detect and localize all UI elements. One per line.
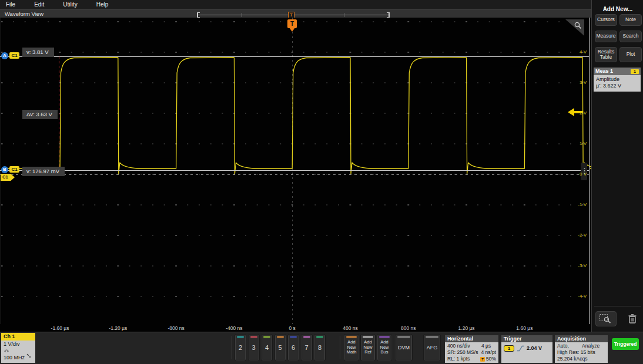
time-label-1-20-s: -1.20 µs [99, 325, 137, 331]
cursor-b-channel-badge[interactable]: C1 [9, 166, 19, 173]
add-results-table-button[interactable]: Results Table [595, 47, 617, 62]
voltage-label-2-v: 2 V [562, 110, 587, 116]
time-label-1-60-s: -1.60 µs [41, 325, 79, 331]
dvm-button[interactable]: DVM [395, 334, 413, 361]
record-view-left-bracket [197, 12, 200, 18]
channel-4-button[interactable]: 4 [261, 334, 273, 361]
channel-8-color-stripe [316, 336, 323, 338]
horizontal-row-value: 50% [486, 356, 496, 362]
time-label-400-ns: 400 ns [331, 325, 369, 331]
channel-6-color-stripe [290, 336, 297, 338]
waveform-plot[interactable]: v: 3.81 V Δv: 3.63 V v: 176.97 mV A C1 B… [0, 18, 591, 332]
bottombar-divider [232, 336, 232, 359]
channel-3-color-stripe [250, 336, 257, 338]
voltage-label-2-v: -2 V [562, 232, 587, 238]
cursor-a-channel-badge[interactable]: C1 [9, 52, 19, 59]
zoom-mode-icon [599, 314, 613, 324]
time-label-800-ns: -800 ns [158, 325, 195, 331]
cursor-b-badge[interactable]: B [1, 166, 8, 173]
add-plot-button[interactable]: Plot [619, 47, 642, 62]
acquisition-row: 25.204 kAcqs [557, 356, 605, 362]
channel-1-bandwidth: 100 MHz [4, 355, 25, 360]
horizontal-row: SR: 250 MS/s4 ns/pt [447, 349, 496, 356]
afg-button[interactable]: AFG [423, 334, 441, 361]
acquisition-row-left: Auto, [557, 343, 582, 349]
channel-8-label: 8 [318, 344, 322, 351]
bandwidth-icon [26, 353, 31, 358]
cursor-a-vline[interactable] [59, 56, 59, 171]
time-label-400-ns: -400 ns [215, 325, 253, 331]
menu-item-file[interactable]: File [0, 1, 25, 8]
time-label-1-20-s: 1.20 µs [448, 325, 485, 331]
channel-7-label: 7 [304, 344, 308, 351]
measurement-badge-panel[interactable]: Meas 1 1 Amplitude µ': 3.622 V [594, 68, 641, 92]
channel-6-button[interactable]: 6 [287, 334, 299, 361]
voltage-label-3-v: -3 V [562, 263, 587, 268]
meas-title: Meas 1 [595, 68, 613, 74]
channel-3-button[interactable]: 3 [248, 334, 260, 361]
waveform-view-header: Waveform View T [0, 9, 591, 18]
channel-5-button[interactable]: 5 [274, 334, 286, 361]
menu-item-utility[interactable]: Utility [53, 1, 86, 8]
menu-item-edit[interactable]: Edit [25, 1, 53, 8]
meas-value: µ': 3.622 V [596, 83, 638, 89]
channel-1-settings: 1 V/div 100 MHz [1, 341, 35, 363]
voltage-label-4-v: -4 V [562, 294, 587, 299]
bottombar-divider [340, 336, 340, 359]
trash-button[interactable] [626, 312, 639, 325]
trigger-flag[interactable]: T [287, 19, 297, 28]
acquisition-row: High Res: 15 bits [557, 349, 605, 356]
meas-header: Meas 1 1 [594, 68, 641, 75]
cursor-b-readout: v: 176.97 mV [22, 167, 65, 176]
afg-label: AFG [427, 345, 438, 350]
trigger-title: Trigger [501, 335, 552, 342]
voltage-label-0-v: 0 V [562, 171, 587, 177]
channel-1-badge[interactable]: Ch 1 1 V/div 100 MHz [1, 333, 35, 363]
menu-item-help[interactable]: Help [87, 1, 118, 8]
add-new-bus-stripe [379, 336, 390, 338]
add-cursors-button[interactable]: Cursors [595, 14, 617, 26]
bottom-settings-bar: Ch 1 1 V/div 100 MHz [0, 332, 643, 364]
channel-1-scale: 1 V/div [4, 341, 33, 348]
add-new-bus-button[interactable]: Add New Bus [377, 334, 392, 361]
meas-body: Amplitude µ': 3.622 V [594, 75, 641, 92]
add-search-button[interactable]: Search [619, 31, 642, 42]
horizontal-row-left: 400 ns/div [447, 343, 481, 349]
horizontal-row-right: 4 µs [481, 343, 491, 349]
add-new-ref-button[interactable]: Add New Ref [360, 334, 376, 361]
channel-5-label: 5 [278, 344, 282, 351]
time-label-1-60-s: 1.60 µs [505, 325, 543, 331]
channel-7-button[interactable]: 7 [301, 334, 313, 361]
cursor-a-hline[interactable] [0, 56, 589, 57]
horizontal-row-left: RL: 1 kpts [447, 356, 480, 362]
zoom-mode-button[interactable] [595, 311, 617, 326]
trigger-level-value: 2.04 V [527, 345, 542, 351]
channel-2-button[interactable]: 2 [235, 334, 246, 361]
record-view-tick [242, 13, 242, 17]
channel-3-label: 3 [252, 344, 255, 351]
acquisition-panel[interactable]: Acquisition Auto,AnalyzeHigh Res: 15 bit… [555, 335, 608, 363]
horizontal-panel[interactable]: Horizontal 400 ns/div4 µsSR: 250 MS/s4 n… [445, 335, 498, 363]
acquisition-row-right: Analyze [582, 343, 600, 349]
add-new-bus-label: Add New Bus [378, 340, 391, 355]
probe-icon [4, 348, 9, 353]
add-note-button[interactable]: Note [619, 14, 642, 26]
channel-1-name: Ch 1 [1, 333, 35, 341]
channel-6-label: 6 [292, 344, 295, 351]
add-new-title: Add New... [592, 6, 643, 12]
channel-4-label: 4 [265, 344, 269, 351]
add-new-math-button[interactable]: Add New Math [344, 334, 359, 361]
add-new-math-stripe [346, 336, 357, 338]
record-view-right-bracket [387, 12, 390, 18]
voltage-label-3-v: 3 V [562, 80, 587, 85]
cursor-a-badge[interactable]: A [1, 52, 8, 59]
dvm-label: DVM [398, 345, 410, 350]
time-label-0-s: 0 s [273, 325, 311, 331]
channel-8-button[interactable]: 8 [314, 334, 326, 361]
cursor-b-hline[interactable] [0, 170, 589, 171]
channel-4-color-stripe [263, 336, 270, 338]
sidebar-footer-divider [594, 306, 641, 306]
trigger-panel[interactable]: Trigger 1 2.04 V [501, 335, 552, 363]
voltage-label-1-v: 1 V [562, 141, 587, 146]
add-measure-button[interactable]: Measure [595, 31, 617, 42]
